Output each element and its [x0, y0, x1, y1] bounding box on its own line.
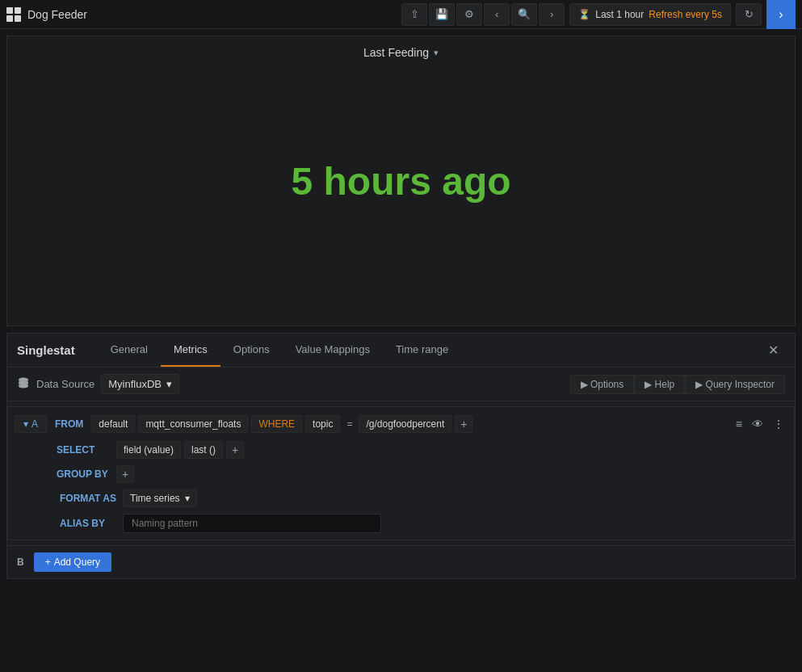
editor-close-button[interactable]: ✕: [762, 336, 785, 364]
share-icon: ⇧: [410, 8, 419, 20]
arrow-right-icon: ›: [779, 7, 783, 22]
save-icon: 💾: [435, 8, 448, 20]
back-button[interactable]: ‹: [484, 3, 510, 26]
alias-by-row: ALIAS BY: [15, 510, 787, 536]
query-id-label: A: [31, 418, 38, 430]
forward-icon: ›: [550, 8, 553, 20]
equals-chip: =: [343, 416, 355, 432]
share-button[interactable]: ⇧: [401, 3, 427, 26]
group-by-row: GROUP BY +: [15, 462, 787, 486]
tab-options[interactable]: Options: [220, 334, 283, 367]
field-chip[interactable]: field (value): [116, 441, 181, 459]
add-groupby-button[interactable]: +: [116, 465, 134, 483]
add-query-button[interactable]: + Add Query: [34, 552, 111, 572]
add-query-label: Add Query: [54, 556, 100, 568]
eye-toggle-button[interactable]: 👁: [749, 416, 766, 432]
panel-title: Last Feeding: [363, 46, 429, 59]
query-id-toggle[interactable]: ▾ A: [15, 415, 47, 433]
back-icon: ‹: [495, 8, 498, 20]
topic-chip[interactable]: topic: [305, 415, 340, 433]
help-button[interactable]: ▶ Help: [634, 375, 685, 394]
time-label: Last 1 hour: [595, 9, 644, 20]
tab-metrics[interactable]: Metrics: [161, 334, 220, 367]
options-button[interactable]: ▶ Options: [570, 375, 635, 394]
kebab-menu-button[interactable]: ≡: [733, 416, 745, 432]
query-inspector-button[interactable]: ▶ Query Inspector: [685, 375, 785, 394]
datasource-caret: ▾: [166, 378, 172, 390]
refresh-icon: ↻: [745, 8, 754, 20]
format-select[interactable]: Time series ▾: [123, 489, 197, 507]
more-icon: ⋮: [773, 418, 784, 430]
app-logo: Dog Feeder: [6, 7, 87, 22]
from-keyword: FROM: [50, 416, 88, 432]
top-nav: Dog Feeder ⇧ 💾 ⚙ ‹ 🔍 › ⏳ Last 1 hour Ref…: [0, 0, 802, 29]
logo-icon: [6, 7, 21, 22]
zoom-button[interactable]: 🔍: [511, 3, 537, 26]
settings-button[interactable]: ⚙: [456, 3, 482, 26]
from-row: ▾ A FROM default mqtt_consumer_floats WH…: [15, 410, 787, 438]
tab-value-mappings[interactable]: Value Mappings: [283, 334, 383, 367]
forward-button[interactable]: ›: [539, 3, 565, 26]
time-range-display[interactable]: ⏳ Last 1 hour Refresh every 5s: [570, 9, 730, 20]
gear-icon: ⚙: [464, 8, 474, 20]
add-query-icon: +: [45, 556, 51, 568]
database-icon: [17, 376, 30, 392]
time-picker[interactable]: ⏳ Last 1 hour Refresh every 5s: [569, 3, 731, 26]
more-options-button[interactable]: ⋮: [770, 416, 787, 432]
add-select-button[interactable]: +: [226, 441, 244, 459]
panel-main-value: 5 hours ago: [291, 159, 510, 204]
filter-value-chip[interactable]: /g/dogfoodpercent: [359, 415, 451, 433]
default-chip[interactable]: default: [91, 415, 135, 433]
clock-icon: ⏳: [578, 9, 590, 20]
add-query-id: B: [17, 556, 24, 568]
svg-point-4: [19, 384, 28, 388]
save-button[interactable]: 💾: [429, 3, 455, 26]
format-value: Time series: [130, 493, 180, 504]
format-caret: ▾: [185, 493, 190, 504]
editor-tabs: Singlestat General Metrics Options Value…: [7, 334, 795, 368]
add-condition-button[interactable]: +: [455, 415, 472, 433]
alias-keyword: ALIAS BY: [60, 518, 116, 529]
datasource-name: MyinfluxDB: [108, 378, 162, 390]
kebab-icon: ≡: [736, 418, 742, 430]
where-chip: WHERE: [251, 415, 302, 433]
nav-actions: ⇧ 💾 ⚙ ‹ 🔍 › ⏳ Last 1 hour Refresh every …: [401, 0, 796, 29]
select-row: SELECT field (value) last () +: [15, 438, 787, 462]
refresh-label: Refresh every 5s: [649, 9, 722, 20]
app-title: Dog Feeder: [27, 8, 87, 21]
datasource-label: Data Source: [36, 378, 94, 390]
tab-general[interactable]: General: [98, 334, 161, 367]
last-chip[interactable]: last (): [184, 441, 223, 459]
datasource-actions: ▶ Options ▶ Help ▶ Query Inspector: [570, 375, 785, 394]
refresh-button[interactable]: ↻: [736, 3, 762, 26]
select-keyword: SELECT: [57, 444, 113, 456]
expand-button[interactable]: ›: [766, 0, 796, 29]
zoom-icon: 🔍: [518, 8, 531, 20]
query-block-a: ▾ A FROM default mqtt_consumer_floats WH…: [7, 406, 795, 540]
measurement-chip[interactable]: mqtt_consumer_floats: [138, 415, 248, 433]
panel-display: Last Feeding ▾ 5 hours ago: [6, 36, 796, 326]
alias-input[interactable]: [123, 514, 381, 533]
format-as-row: FORMAT AS Time series ▾: [15, 486, 787, 510]
datasource-row: Data Source MyinfluxDB ▾ ▶ Options ▶ Hel…: [7, 368, 795, 401]
format-keyword: FORMAT AS: [60, 493, 116, 504]
panel-type-label: Singlestat: [17, 334, 91, 367]
panel-title-caret: ▾: [434, 48, 439, 58]
editor-panel: Singlestat General Metrics Options Value…: [6, 333, 796, 579]
row-actions: ≡ 👁 ⋮: [733, 416, 787, 432]
groupby-keyword: GROUP BY: [57, 468, 113, 480]
query-rows: ▾ A FROM default mqtt_consumer_floats WH…: [8, 407, 794, 540]
query-caret: ▾: [23, 418, 28, 430]
eye-icon: 👁: [752, 418, 763, 430]
panel-title-bar[interactable]: Last Feeding ▾: [363, 46, 439, 59]
datasource-selector[interactable]: MyinfluxDB ▾: [101, 374, 179, 394]
add-query-section: B + Add Query: [7, 545, 795, 578]
tab-time-range[interactable]: Time range: [383, 334, 461, 367]
